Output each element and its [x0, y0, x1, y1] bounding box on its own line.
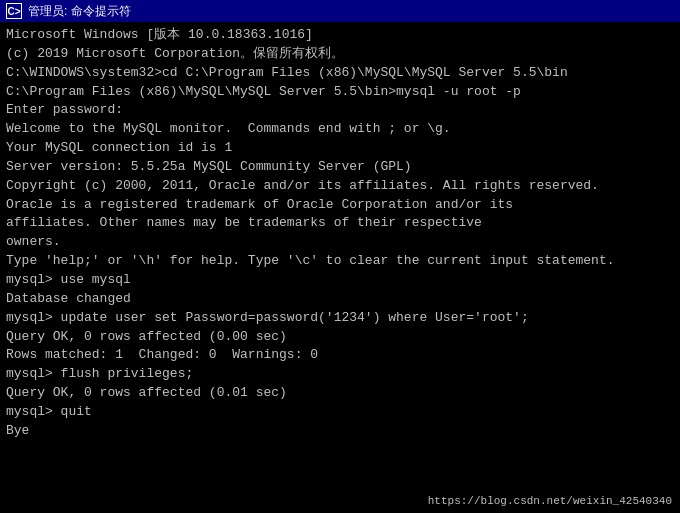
terminal-line: Database changed	[6, 290, 674, 309]
title-bar-icon: C>	[6, 3, 22, 19]
terminal-line: Server version: 5.5.25a MySQL Community …	[6, 158, 674, 177]
terminal-line: Copyright (c) 2000, 2011, Oracle and/or …	[6, 177, 674, 196]
title-text: 管理员: 命令提示符	[28, 3, 674, 20]
terminal-line: Query OK, 0 rows affected (0.01 sec)	[6, 384, 674, 403]
terminal-line: C:\Program Files (x86)\MySQL\MySQL Serve…	[6, 83, 674, 102]
terminal-line: Microsoft Windows [版本 10.0.18363.1016]	[6, 26, 674, 45]
terminal-line: (c) 2019 Microsoft Corporation。保留所有权利。	[6, 45, 674, 64]
title-bar: C> 管理员: 命令提示符	[0, 0, 680, 22]
terminal-line: Query OK, 0 rows affected (0.00 sec)	[6, 328, 674, 347]
terminal-line: Type 'help;' or '\h' for help. Type '\c'…	[6, 252, 674, 271]
terminal-line: mysql> flush privileges;	[6, 365, 674, 384]
terminal-line: C:\WINDOWS\system32>cd C:\Program Files …	[6, 64, 674, 83]
watermark: https://blog.csdn.net/weixin_42540340	[428, 495, 672, 507]
terminal-line: mysql> update user set Password=password…	[6, 309, 674, 328]
terminal-line: mysql> quit	[6, 403, 674, 422]
terminal-line: Rows matched: 1 Changed: 0 Warnings: 0	[6, 346, 674, 365]
terminal-line: Your MySQL connection id is 1	[6, 139, 674, 158]
terminal-line: Bye	[6, 422, 674, 441]
terminal: Microsoft Windows [版本 10.0.18363.1016](c…	[0, 22, 680, 513]
terminal-line: mysql> use mysql	[6, 271, 674, 290]
terminal-line: Welcome to the MySQL monitor. Commands e…	[6, 120, 674, 139]
terminal-line: affiliates. Other names may be trademark…	[6, 214, 674, 233]
terminal-line: Oracle is a registered trademark of Orac…	[6, 196, 674, 215]
terminal-line: owners.	[6, 233, 674, 252]
terminal-line: Enter password:	[6, 101, 674, 120]
